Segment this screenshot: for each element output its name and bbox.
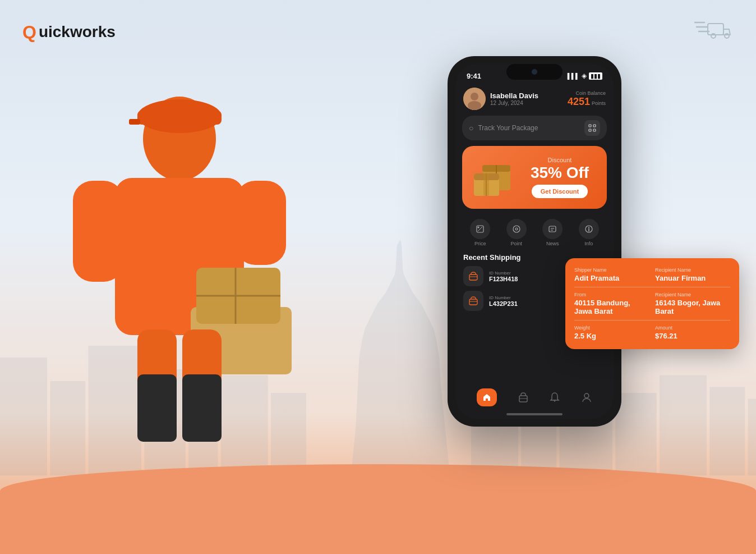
user-details: Isabella Davis 12 July, 2024 — [490, 91, 538, 106]
info-grid-3: Weight 2.5 Kg Amount $76.21 — [574, 325, 730, 340]
nav-point[interactable]: Point — [506, 219, 527, 246]
logo-q: Q — [22, 22, 36, 43]
coin-unit: Points — [592, 100, 606, 106]
package-icon-2 — [463, 291, 483, 311]
logo: Q uickworks — [22, 22, 116, 43]
phone-notch — [506, 64, 563, 80]
recipient-name: Yanuar Firman — [655, 274, 730, 282]
bottom-nav-notifications[interactable] — [549, 392, 560, 403]
coin-balance: Coin Balance 4251 Points — [568, 90, 606, 108]
weight-label: Weight — [574, 325, 649, 331]
nav-info[interactable]: Info — [579, 219, 599, 246]
nav-price-label: Price — [474, 241, 486, 246]
svg-point-39 — [468, 101, 481, 110]
coin-label: Coin Balance — [568, 90, 606, 96]
svg-rect-28 — [236, 181, 286, 265]
divider-1 — [574, 287, 730, 287]
amount-value: $76.21 — [655, 332, 730, 340]
from-value: 40115 Bandung, Jawa Barat — [574, 299, 649, 315]
scan-button[interactable] — [584, 120, 600, 136]
recipient-address-cell: Recipient Name 16143 Bogor, Jawa Barat — [655, 292, 730, 315]
svg-rect-11 — [615, 393, 656, 475]
svg-rect-24 — [137, 111, 222, 125]
delivery-truck-icon — [694, 17, 734, 47]
signal-icon: ▌▌▌ — [568, 73, 579, 79]
news-icon — [542, 219, 563, 239]
nav-news[interactable]: News — [542, 219, 563, 246]
quick-nav: Price Point — [455, 214, 614, 251]
svg-rect-56 — [549, 226, 556, 232]
discount-card: Discount 35% Off Get Discount — [462, 146, 607, 209]
from-label: From — [574, 292, 649, 297]
discount-content: Discount 35% Off Get Discount — [522, 157, 598, 199]
discount-value: 35% Off — [522, 164, 598, 182]
user-name: Isabella Davis — [490, 91, 538, 100]
shipper-cell: Shipper Name Adit Pramata — [574, 267, 649, 282]
bottom-nav-packages[interactable] — [518, 392, 529, 403]
amount-label: Amount — [655, 325, 730, 331]
info-popup-card: Shipper Name Adit Pramata Recipient Name… — [565, 258, 739, 349]
svg-rect-43 — [593, 129, 596, 131]
boxes-illustration — [471, 154, 522, 201]
info-grid: Shipper Name Adit Pramata Recipient Name… — [574, 267, 730, 282]
package-icon-1 — [463, 266, 483, 286]
svg-rect-42 — [589, 129, 591, 131]
weight-value: 2.5 Kg — [574, 332, 649, 340]
search-bar[interactable]: ○ Track Your Package — [462, 116, 607, 140]
nav-price[interactable]: Price — [470, 219, 490, 246]
svg-rect-41 — [593, 125, 596, 127]
coin-value: 4251 — [568, 96, 590, 108]
divider-2 — [574, 320, 730, 321]
weight-cell: Weight 2.5 Kg — [574, 325, 649, 340]
logo-text: uickworks — [39, 23, 116, 41]
svg-rect-18 — [708, 24, 723, 35]
svg-rect-64 — [469, 299, 477, 305]
svg-rect-62 — [469, 274, 477, 280]
svg-point-61 — [588, 227, 589, 228]
discount-label: Discount — [522, 157, 598, 163]
svg-rect-12 — [660, 375, 707, 475]
info-icon — [579, 219, 599, 239]
front-camera — [532, 69, 537, 75]
status-time: 9:41 — [467, 72, 481, 80]
user-header: Isabella Davis 12 July, 2024 Coin Balanc… — [455, 84, 614, 116]
bottom-nav-profile[interactable] — [581, 392, 592, 403]
svg-marker-0 — [351, 240, 450, 475]
info-grid-2: From 40115 Bandung, Jawa Barat Recipient… — [574, 292, 730, 315]
svg-rect-25 — [129, 119, 140, 125]
wifi-icon: ◈ — [582, 72, 587, 80]
recipient-address: 16143 Bogor, Jawa Barat — [655, 299, 730, 315]
delivery-person — [28, 49, 342, 554]
header: Q uickworks — [22, 17, 734, 47]
nav-point-label: Point — [510, 241, 522, 246]
svg-rect-50 — [483, 173, 489, 196]
svg-rect-36 — [182, 374, 222, 442]
user-date: 12 July, 2024 — [490, 100, 538, 106]
phone-body: 9:41 ▌▌▌ ◈ ▮▮▮ — [448, 56, 621, 427]
bottom-nav — [455, 384, 614, 411]
svg-rect-13 — [709, 387, 745, 475]
search-icon: ○ — [469, 123, 473, 132]
price-icon — [470, 219, 490, 239]
get-discount-button[interactable]: Get Discount — [532, 185, 588, 198]
svg-point-70 — [584, 393, 589, 398]
search-placeholder: Track Your Package — [478, 124, 538, 132]
shipper-name-label: Shipper Name — [574, 267, 649, 273]
home-indicator — [506, 413, 563, 415]
svg-rect-14 — [748, 399, 756, 475]
user-info: Isabella Davis 12 July, 2024 — [463, 88, 538, 110]
nav-news-label: News — [546, 241, 559, 246]
recipient-name-label: Recipient Name — [655, 267, 730, 273]
shipper-name: Adit Pramata — [574, 274, 649, 282]
svg-rect-35 — [137, 374, 177, 442]
bottom-nav-home[interactable] — [477, 388, 497, 406]
recipient-cell: Recipient Name Yanuar Firman — [655, 267, 730, 282]
amount-cell: Amount $76.21 — [655, 325, 730, 340]
phone-screen: 9:41 ▌▌▌ ◈ ▮▮▮ — [455, 64, 614, 419]
status-icons: ▌▌▌ ◈ ▮▮▮ — [568, 72, 602, 80]
svg-rect-40 — [589, 125, 591, 127]
point-icon — [506, 219, 527, 239]
recipient-address-label: Recipient Name — [655, 292, 730, 297]
svg-rect-27 — [73, 181, 123, 282]
svg-point-52 — [478, 227, 480, 228]
